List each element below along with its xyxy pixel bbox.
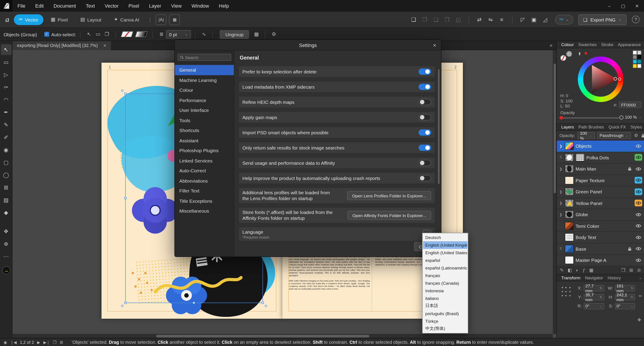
ungroup-button[interactable]: Ungroup: [220, 30, 249, 39]
corner-tool[interactable]: ◠: [1, 95, 12, 105]
stroke-profile-icon[interactable]: ∿: [200, 30, 208, 39]
pen-tool[interactable]: ✒: [1, 107, 12, 118]
layer-visibility-eye-icon[interactable]: [634, 166, 642, 172]
layer-row-temi-coker[interactable]: Temi Coker: [557, 220, 644, 232]
open-lens-profiles-folder-in-explorer-button[interactable]: Open Lens Profiles Folder in Explorer...: [347, 191, 431, 200]
last-page-icon[interactable]: ▶❘: [44, 340, 50, 344]
menu-item-document[interactable]: Document: [48, 0, 81, 12]
settings-category-miscellaneous[interactable]: Miscellaneous: [175, 206, 234, 216]
colour-swatch[interactable]: [637, 60, 641, 64]
toggle-import-psd-smart-objects-where-possible[interactable]: [418, 129, 431, 136]
link-aspect-icon[interactable]: ∞: [639, 293, 642, 298]
toggle-apply-gain-maps[interactable]: [418, 114, 431, 120]
chevron-down-icon[interactable]: ⌄: [643, 43, 644, 47]
menu-item-text[interactable]: Text: [81, 0, 100, 12]
close-icon[interactable]: ✕: [550, 43, 553, 48]
pages-icon[interactable]: ❐: [53, 340, 56, 344]
transform-objects-icon[interactable]: ❖: [637, 317, 641, 322]
language-option[interactable]: Türkçe: [423, 317, 467, 325]
anchor-dot[interactable]: [566, 287, 567, 288]
opacity-slider-knob[interactable]: [620, 116, 624, 120]
tab-layers[interactable]: Layers: [559, 124, 576, 129]
menu-item-file[interactable]: File: [12, 0, 30, 12]
combine-icon[interactable]: ◱: [454, 15, 463, 25]
group-layers-icon[interactable]: ❐: [622, 267, 626, 272]
fill-stroke-selector[interactable]: [560, 51, 576, 64]
intersect-icon[interactable]: ❑: [431, 15, 441, 25]
toggle-only-return-safe-results-for-stock-image-searches[interactable]: [418, 145, 431, 151]
layer-row-green-panel[interactable]: ❯Green Panel: [557, 186, 644, 198]
stepper-icon[interactable]: ⇅: [600, 286, 602, 290]
settings-search-input[interactable]: Search: [178, 54, 231, 61]
subtract-icon[interactable]: ❐: [420, 15, 430, 25]
pencil-tool[interactable]: ✎: [1, 120, 12, 130]
transform-mode-icon[interactable]: ⇄: [474, 15, 484, 25]
studio-grid-button[interactable]: ▦: [169, 14, 180, 25]
toggle-prefer-to-keep-selection-after-delete[interactable]: [418, 69, 431, 75]
layer-expand-icon[interactable]: ❯: [558, 167, 563, 171]
stroke-colour-well[interactable]: [566, 51, 572, 57]
colour-swatch[interactable]: [633, 51, 637, 55]
settings-category-filler-text[interactable]: Filler Text: [175, 186, 234, 196]
toggle-refine-heic-depth-maps[interactable]: [418, 99, 431, 105]
transform-field-y[interactable]: 35,7 mm⇅: [584, 294, 604, 300]
close-window-button[interactable]: ✕: [630, 0, 644, 12]
menu-item-edit[interactable]: Edit: [30, 0, 48, 12]
anchor-dot[interactable]: [562, 287, 563, 288]
crop-tool[interactable]: ⊞: [1, 182, 12, 193]
layer-visibility-eye-icon[interactable]: [634, 177, 642, 184]
lock-icon[interactable]: [641, 133, 644, 138]
menu-item-layer[interactable]: Layer: [144, 0, 166, 12]
maximize-button[interactable]: ▢: [616, 0, 630, 12]
persona-vector[interactable]: ✑Vector: [14, 14, 43, 25]
menu-item-help[interactable]: Help: [214, 0, 234, 12]
colour-swatch[interactable]: [637, 51, 641, 55]
rotate-handle[interactable]: [121, 90, 124, 92]
layer-expand-icon[interactable]: ⠿: [558, 247, 563, 251]
settings-category-user-interface[interactable]: User Interface: [175, 105, 234, 115]
framed-a-button[interactable]: (A): [156, 14, 166, 25]
stepper-icon[interactable]: ⇅: [630, 286, 633, 290]
colour-swatch[interactable]: [633, 64, 637, 68]
gear-icon[interactable]: ⚙: [634, 133, 638, 138]
layer-visibility-eye-icon[interactable]: [634, 245, 642, 252]
settings-category-linked-services[interactable]: Linked Services: [175, 156, 234, 166]
rectangle-tool[interactable]: ▢: [1, 157, 12, 168]
ellipse-tool[interactable]: ◯: [1, 170, 12, 180]
layer-expand-icon[interactable]: ❯: [558, 213, 563, 217]
fx-icon[interactable]: ƒ: [583, 267, 585, 272]
settings-category-abbreviations[interactable]: Abbreviations: [175, 176, 234, 186]
transform-field-r[interactable]: 0°⌄: [584, 303, 604, 309]
delete-layer-icon[interactable]: ⊘: [637, 267, 641, 272]
move-tool[interactable]: ↖: [1, 44, 12, 55]
language-option[interactable]: 日本語: [423, 302, 467, 310]
language-option[interactable]: français (Canada): [423, 279, 467, 287]
stepper-icon[interactable]: ⇅: [600, 295, 602, 299]
language-option[interactable]: italiano: [423, 294, 467, 302]
fill-colour-well[interactable]: [560, 55, 566, 61]
document-tab[interactable]: exporting [Read Only] [Modified] (32.7%)…: [12, 41, 111, 50]
menu-item-view[interactable]: View: [166, 0, 186, 12]
snapping-toggle[interactable]: ✑ ⌄: [555, 15, 573, 25]
resize-handle[interactable]: [262, 302, 264, 304]
language-option[interactable]: español (Latinoamérica): [423, 264, 467, 272]
vector-brush-tool[interactable]: ✐: [1, 132, 12, 143]
settings-category-title-exceptions[interactable]: Title Exceptions: [175, 196, 234, 206]
app-logo[interactable]: [0, 0, 12, 12]
tab-swatches[interactable]: Swatches: [576, 42, 599, 47]
layers-opacity-select[interactable]: 100 % ⌄: [577, 132, 594, 139]
node-tool[interactable]: ▷: [1, 69, 12, 80]
colour-swatch[interactable]: [637, 55, 641, 59]
tab-path-brushes[interactable]: Path Brushes: [576, 124, 606, 129]
toggle-help-improve-the-product-by-automatically-uploading-crash-reports[interactable]: [418, 175, 431, 181]
transform-field-s[interactable]: 0°⌄: [615, 303, 635, 309]
anchor-dot[interactable]: [562, 295, 563, 296]
edit-all-layers-icon[interactable]: ✎: [560, 267, 564, 272]
resize-handle[interactable]: [124, 302, 126, 304]
layer-visibility-eye-icon[interactable]: [634, 223, 642, 229]
layer-row-body-text[interactable]: Body Text: [557, 232, 644, 243]
add-layer-icon[interactable]: ⊞: [629, 267, 633, 272]
layer-expand-icon[interactable]: ❯: [558, 190, 563, 194]
language-option[interactable]: español: [423, 256, 467, 264]
colour-swatch[interactable]: [633, 60, 637, 64]
